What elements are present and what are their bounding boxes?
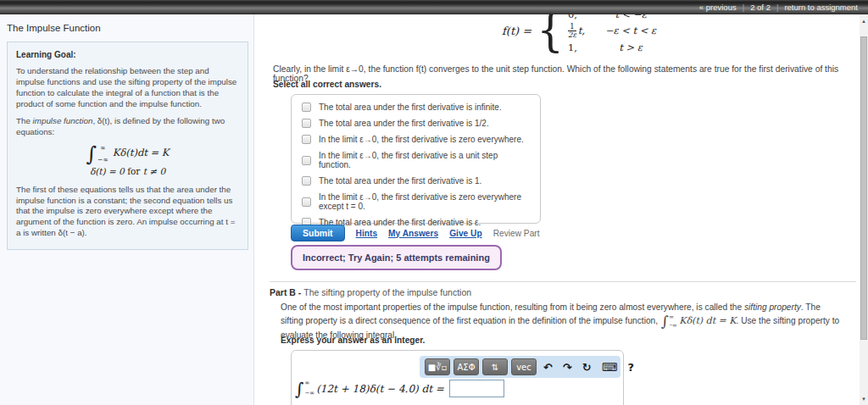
answer-option: The total area under the first derivativ… [292,115,540,131]
piecewise-row: 12εt, −ε < t < ε [568,23,665,39]
templates-button[interactable]: ■∛▫ [425,358,450,375]
integral-sign: ∫∞−∞ [661,313,676,329]
part-b-heading: Part B - The sifting property of the imp… [270,287,471,297]
scroll-up-icon[interactable]: ▲ [860,16,868,25]
function-lhs: f(t) = [502,25,531,37]
integral-sign: ∫∞−∞ [295,380,314,397]
option-label: The total area under the first derivativ… [319,176,481,186]
my-answers-link[interactable]: My Answers [388,229,438,238]
action-row: Submit Hints My Answers Give Up Review P… [291,225,540,241]
checkbox[interactable] [302,176,311,186]
page-indicator: 2 of 2 [750,3,771,12]
answer-option: The total area under the first derivativ… [292,173,540,189]
select-all-label: Select all correct answers. [273,80,381,89]
checkbox[interactable] [302,135,311,144]
option-label: In the limit ε→0, the first derivative i… [319,135,524,144]
math-answer-panel: ■∛▫ ΑΣΦ ⇅ vec ↶ ↷ ↻ ⌨ ? ∫∞−∞ (12t + 18)δ… [291,350,624,405]
separator: | [776,3,778,12]
vector-button[interactable]: vec [511,358,537,375]
option-label: The total area under the first derivativ… [319,103,502,112]
express-answer-label: Express your answer as an integer. [281,336,425,345]
piecewise-equation: f(t) = { 0, t < −ε 12εt, −ε < t < ε 1, t… [502,8,665,53]
give-up-link[interactable]: Give Up [449,229,482,238]
option-label: The total area under the first derivativ… [319,119,489,128]
definition-equation-1: ∫∞−∞ Kδ(t)dt = K [16,144,239,164]
checkbox[interactable] [302,156,311,165]
answer-option: In the limit ε→0, the first derivative i… [292,189,540,214]
sidebar: The Impulse Function Learning Goal: To u… [0,14,254,405]
answer-option: In the limit ε→0, the first derivative i… [292,147,540,173]
redo-icon[interactable]: ↷ [559,361,576,374]
hints-link[interactable]: Hints [356,229,377,238]
piecewise-row: 1, t > ε [568,42,665,53]
page-title: The Impulse Function [7,23,101,33]
learning-goal-panel: Learning Goal: To understand the relatio… [7,42,248,250]
answer-options-panel: The total area under the first derivativ… [291,94,541,224]
definition-equation-2: δ(t) = 0 for t ≠ 0 [16,166,239,178]
reset-icon[interactable]: ↻ [579,361,595,374]
submit-button[interactable]: Submit [291,225,345,241]
answer-option: The total area under the first derivativ… [292,99,540,115]
checkbox[interactable] [302,197,311,207]
scrollbar-thumb[interactable] [860,36,867,340]
answer-input[interactable] [449,380,504,397]
answer-option: In the limit ε→0, the first derivative i… [292,131,540,147]
checkbox[interactable] [302,119,311,128]
vertical-scrollbar[interactable]: ▲ ▼ [860,14,868,405]
keyboard-icon[interactable]: ⌨ [598,361,621,374]
learning-goal-paragraph: To understand the relationship between t… [16,66,239,110]
checkbox[interactable] [302,103,311,112]
integral-sign: ∫∞−∞ [86,144,108,164]
definition-paragraph: The impulse function, δ(t), is defined b… [16,116,239,138]
greek-letters-button[interactable]: ΑΣΦ [453,358,479,375]
option-label: In the limit ε→0, the first derivative i… [319,151,530,169]
help-icon[interactable]: ? [624,361,637,374]
brace: { [537,8,564,53]
option-label: In the limit ε→0, the first derivative i… [319,192,530,211]
section-divider [270,281,856,282]
review-part-label: Review Part [493,229,540,238]
return-to-assignment-link[interactable]: return to assignment [784,3,858,12]
math-toolbar: ■∛▫ ΑΣΦ ⇅ vec ↶ ↷ ↻ ⌨ ? [420,356,620,378]
learning-goal-heading: Learning Goal: [16,49,239,60]
feedback-message: Incorrect; Try Again; 5 attempts remaini… [291,245,502,270]
top-nav-controls: « previous | 2 of 2 | return to assignme… [699,3,858,12]
undo-icon[interactable]: ↶ [540,361,556,374]
previous-link[interactable]: « previous [699,3,737,12]
explanation-paragraph: The first of these equations tells us th… [16,185,239,240]
top-navigation-bar: « previous | 2 of 2 | return to assignme… [0,0,868,14]
integral-expression: ∫∞−∞ (12t + 18)δ(t − 4.0) dt = [295,380,504,397]
separator: | [743,3,744,12]
scroll-down-icon[interactable]: ▼ [860,394,868,403]
subscript-superscript-button[interactable]: ⇅ [482,358,508,375]
